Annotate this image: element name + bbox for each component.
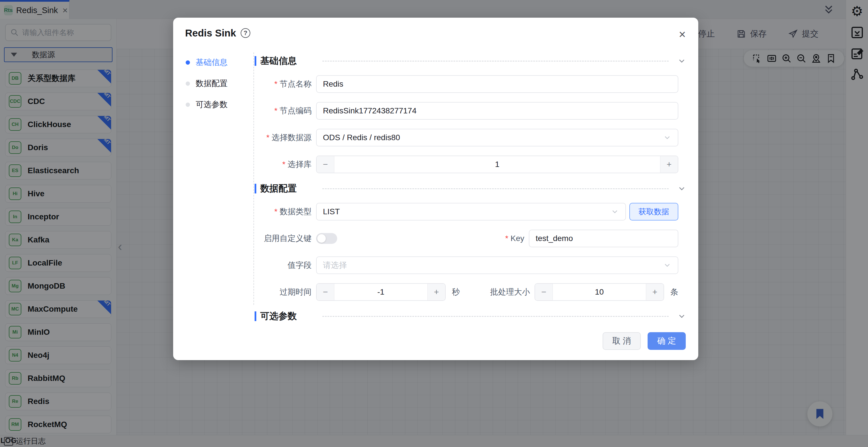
batch-size-unit: 条 (670, 287, 678, 297)
database-value[interactable]: 1 (334, 156, 660, 173)
node-code-label: 节点编码 (255, 106, 312, 116)
nav-item-label: 可选参数 (196, 99, 227, 110)
batch-size-label: 批处理大小 (490, 287, 530, 297)
section-dashed-line (322, 316, 669, 317)
datasource-select[interactable]: ODS / Redis / redis80 (316, 129, 678, 146)
section-optional-title: 可选参数 (260, 310, 297, 323)
section-data-title: 数据配置 (260, 182, 297, 195)
expire-time-value[interactable]: -1 (334, 284, 428, 300)
modal-nav-item-可选参数[interactable]: 可选参数 (186, 99, 227, 110)
nav-dot-icon (186, 102, 190, 107)
minus-button[interactable]: − (317, 156, 334, 173)
value-field-label: 值字段 (255, 260, 312, 271)
section-accent-bar (255, 56, 256, 66)
help-icon[interactable]: ? (241, 28, 250, 38)
section-basic-title: 基础信息 (260, 55, 297, 67)
field-node-code: 节点编码 (255, 102, 686, 120)
database-stepper: − 1 + (316, 155, 678, 173)
section-basic-info: 基础信息 (255, 55, 686, 67)
node-code-input[interactable] (316, 102, 678, 120)
minus-button[interactable]: − (317, 284, 334, 300)
modal-title: Redis Sink (185, 27, 236, 39)
section-dashed-line (322, 188, 669, 189)
nav-item-label: 基础信息 (196, 57, 227, 68)
nav-dot-icon (186, 60, 190, 65)
section-data-config: 数据配置 (255, 182, 686, 195)
custom-key-toggle[interactable] (316, 233, 337, 244)
field-expire-batch: 过期时间 − -1 + 秒 批处理大小 − 10 + 条 (255, 283, 686, 301)
section-optional-params: 可选参数 (255, 310, 686, 323)
batch-size-stepper: − 10 + (534, 283, 664, 301)
key-input[interactable] (529, 230, 678, 247)
field-database: 选择库 − 1 + (255, 155, 686, 173)
batch-size-value[interactable]: 10 (553, 284, 646, 300)
expire-time-label: 过期时间 (255, 287, 312, 297)
section-accent-bar (255, 311, 256, 321)
toggle-knob (317, 234, 326, 243)
plus-button[interactable]: + (660, 156, 678, 173)
modal-close-icon[interactable]: × (679, 29, 686, 40)
node-name-label: 节点名称 (255, 79, 312, 89)
confirm-button[interactable]: 确 定 (648, 332, 686, 350)
minus-button[interactable]: − (535, 284, 553, 300)
modal-nav-item-数据配置[interactable]: 数据配置 (186, 78, 227, 89)
key-label: Key (505, 234, 524, 243)
modal-content: 基础信息 节点名称 节点编码 选择数据源 ODS / Redis / redis… (255, 52, 686, 330)
field-node-name: 节点名称 (255, 75, 686, 93)
custom-key-label: 启用自定义键 (255, 233, 312, 244)
datasource-value: ODS / Redis / redis80 (323, 133, 663, 142)
fetch-data-button[interactable]: 获取数据 (629, 203, 678, 220)
database-label: 选择库 (255, 159, 312, 170)
data-type-select[interactable]: LIST (316, 203, 626, 220)
expire-time-unit: 秒 (452, 287, 460, 297)
datasource-label: 选择数据源 (255, 132, 312, 143)
modal-nav-item-基础信息[interactable]: 基础信息 (186, 57, 227, 68)
field-value-field: 值字段 请选择 (255, 257, 686, 274)
expire-time-stepper: − -1 + (316, 283, 446, 301)
chevron-down-icon[interactable] (677, 184, 686, 193)
cancel-button[interactable]: 取 消 (602, 332, 641, 350)
node-name-input[interactable] (316, 75, 678, 93)
chevron-down-icon (663, 133, 672, 142)
modal-footer: 取 消 确 定 (602, 332, 686, 350)
field-custom-key: 启用自定义键 Key (255, 230, 686, 247)
redis-sink-modal: Redis Sink ? × 基础信息数据配置可选参数 基础信息 节点名称 节点… (173, 18, 698, 360)
nav-item-label: 数据配置 (196, 78, 227, 89)
chevron-down-icon[interactable] (677, 312, 686, 321)
chevron-down-icon (663, 261, 672, 269)
value-field-select[interactable]: 请选择 (316, 257, 678, 274)
nav-divider (253, 53, 254, 305)
value-field-placeholder: 请选择 (323, 260, 663, 271)
nav-dot-icon (186, 82, 190, 86)
field-datasource: 选择数据源 ODS / Redis / redis80 (255, 129, 686, 146)
section-accent-bar (255, 184, 256, 193)
chevron-down-icon[interactable] (677, 56, 686, 65)
plus-button[interactable]: + (646, 284, 663, 300)
section-dashed-line (322, 61, 669, 62)
app-root: Rts Redis_Sink × 数据源 DB关系型数据库MTCDCCDCMTC… (0, 0, 868, 447)
modal-anchor-nav: 基础信息数据配置可选参数 (186, 57, 227, 110)
data-type-value: LIST (323, 207, 611, 216)
chevron-down-icon (611, 207, 619, 216)
plus-button[interactable]: + (428, 284, 445, 300)
field-data-type: 数据类型 LIST 获取数据 (255, 203, 686, 220)
data-type-label: 数据类型 (255, 206, 312, 217)
